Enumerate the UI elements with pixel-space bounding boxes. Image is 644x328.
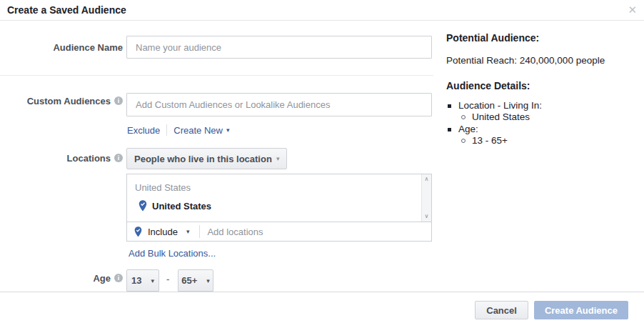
dialog-footer: Cancel Create Audience	[0, 292, 644, 328]
locations-listbox: United States United States ∧ ∨	[126, 174, 432, 222]
detail-subitem: United States	[446, 111, 639, 123]
include-dropdown[interactable]: Include	[148, 227, 178, 237]
info-icon[interactable]: i	[114, 96, 123, 105]
location-mode-dropdown[interactable]: People who live in this location ▾	[126, 148, 287, 169]
detail-item: Age:	[446, 124, 639, 135]
info-icon[interactable]: i	[114, 274, 123, 282]
age-min-dropdown[interactable]: 13 ▾	[126, 269, 159, 292]
age-label-text: Age	[93, 273, 111, 284]
chevron-down-icon[interactable]: ▾	[226, 126, 230, 134]
create-saved-audience-dialog: Create a Saved Audience ✕ Audience Name …	[0, 0, 644, 328]
audience-details-title: Audience Details:	[446, 80, 639, 91]
add-bulk-locations-link[interactable]: Add Bulk Locations...	[129, 248, 216, 259]
custom-audiences-input[interactable]	[126, 93, 432, 116]
selected-location-item[interactable]: United States	[139, 200, 211, 212]
selected-location-text: United States	[152, 201, 211, 212]
dialog-title: Create a Saved Audience	[7, 0, 126, 20]
custom-audiences-label: Custom Audiences i	[0, 91, 123, 110]
audience-summary-panel: Potential Audience: Potential Reach: 240…	[446, 32, 639, 146]
info-icon[interactable]: i	[114, 154, 123, 162]
add-locations-input[interactable]	[200, 222, 431, 241]
audience-name-label-text: Audience Name	[53, 42, 123, 53]
cancel-button[interactable]: Cancel	[475, 301, 528, 319]
location-group-label: United States	[135, 182, 191, 193]
chevron-down-icon: ▾	[151, 277, 154, 284]
add-location-row: Include ▾	[126, 222, 432, 242]
locations-label: Locations i	[0, 149, 123, 167]
audience-details-list: Location - Living In: United States Age:…	[446, 100, 639, 146]
age-max-dropdown[interactable]: 65+ ▾	[178, 269, 213, 292]
create-audience-button[interactable]: Create Audience	[534, 301, 628, 319]
age-max-value: 65+	[181, 275, 197, 286]
audience-name-label: Audience Name	[0, 38, 123, 56]
detail-item: Location - Living In:	[446, 100, 639, 111]
chevron-down-icon: ▾	[206, 277, 210, 284]
potential-reach-text: Potential Reach: 240,000,000 people	[446, 55, 639, 66]
age-min-value: 13	[131, 275, 141, 286]
exclude-link[interactable]: Exclude	[127, 125, 160, 136]
listbox-scrollbar[interactable]: ∧ ∨	[421, 174, 431, 222]
locations-label-text: Locations	[67, 153, 111, 164]
age-label: Age i	[0, 269, 123, 287]
links-divider	[166, 124, 167, 136]
custom-audiences-links: Exclude Create New ▾	[127, 124, 229, 136]
chevron-down-icon: ▾	[276, 155, 280, 162]
age-range-separator: -	[166, 274, 169, 284]
close-icon[interactable]: ✕	[628, 3, 637, 17]
audience-name-input[interactable]	[126, 36, 432, 59]
detail-subitem: 13 - 65+	[446, 135, 639, 146]
map-pin-icon	[134, 227, 142, 237]
create-new-link[interactable]: Create New	[173, 125, 223, 136]
section-divider	[0, 75, 433, 76]
scroll-down-icon[interactable]: ∨	[425, 213, 429, 220]
potential-audience-title: Potential Audience:	[446, 32, 639, 44]
location-mode-value: People who live in this location	[134, 154, 272, 164]
chevron-down-icon[interactable]: ▾	[186, 228, 190, 235]
custom-audiences-label-text: Custom Audiences	[27, 96, 111, 106]
map-pin-icon	[139, 200, 147, 212]
scroll-up-icon[interactable]: ∧	[425, 176, 429, 183]
dialog-header: Create a Saved Audience ✕	[0, 0, 644, 21]
